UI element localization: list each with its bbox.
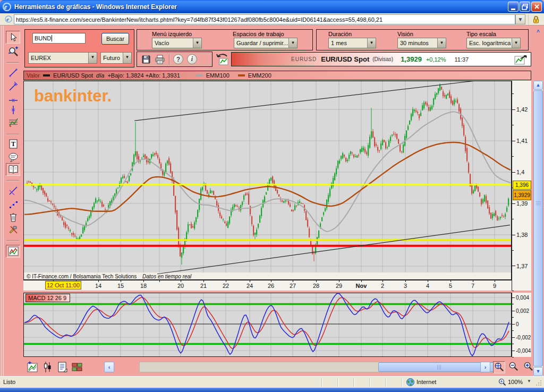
add-study-button[interactable]: [27, 361, 38, 373]
price-tick: [512, 219, 514, 219]
ie-icon: e: [2, 2, 12, 12]
time-axis-label: 26: [264, 283, 278, 289]
time-tick: [450, 280, 451, 282]
catalog-tool[interactable]: [6, 163, 20, 176]
divider: [6, 180, 19, 181]
duration-label: Duración: [328, 31, 352, 37]
fibonacci-icon: [8, 117, 19, 127]
divider: [6, 62, 19, 63]
workspaces-value: Guardar / suprimir...: [234, 40, 288, 46]
date-tooltip: 12 Oct 11:00: [45, 281, 81, 289]
cross-line-icon: [8, 185, 19, 196]
points-tool[interactable]: [6, 199, 20, 211]
macd-tick: [512, 344, 514, 344]
scroll-right-button[interactable]: ›: [480, 362, 490, 372]
taskbar-edge: [0, 388, 544, 392]
chevron-down-icon: ▼: [367, 38, 376, 48]
restore-button[interactable]: [520, 2, 530, 12]
chart-style-button[interactable]: [41, 361, 53, 373]
left-menu-select[interactable]: Vacío▼: [152, 38, 202, 48]
search-button[interactable]: Buscar: [101, 33, 129, 45]
vertical-scrollbar-thumb[interactable]: [533, 90, 543, 367]
zoom-out-button[interactable]: [508, 361, 520, 373]
globe-icon: [406, 378, 414, 386]
time-tick: [339, 280, 339, 282]
price-tick: [512, 93, 514, 94]
vertical-scrollbar[interactable]: ▲ ▼: [533, 81, 543, 376]
macd-label[interactable]: MACD 12 26 9: [26, 294, 70, 302]
price-chart-canvas[interactable]: [23, 81, 512, 280]
title-bar: e Herramientas de gráficas - Windows Int…: [0, 0, 544, 13]
pan-zoom-button[interactable]: [493, 361, 505, 373]
price-axis-label: 1,4: [516, 169, 524, 175]
scale-select[interactable]: Esc. logarítmica▼: [466, 38, 521, 48]
macd-tick: [512, 330, 514, 331]
info-button[interactable]: i: [187, 54, 197, 64]
settings-tool[interactable]: [6, 224, 20, 236]
macd-axis-label: 0,004: [516, 295, 529, 301]
url-input[interactable]: https://es5.it-finance.com/secure/Bankin…: [14, 14, 515, 24]
scroll-down-button[interactable]: ▼: [533, 367, 543, 376]
status-separator: [337, 378, 338, 387]
print-button[interactable]: [155, 55, 165, 64]
view-select[interactable]: 30 minutos▼: [397, 38, 446, 48]
view-label: Visión: [397, 31, 413, 37]
scroll-left-button[interactable]: ‹: [104, 362, 114, 372]
select-cursor-tool[interactable]: [6, 31, 20, 44]
trendline-tool[interactable]: [6, 80, 20, 93]
time-axis-label: 2: [375, 283, 390, 289]
time-axis-label: 20: [173, 283, 188, 289]
help-button[interactable]: ?: [173, 54, 183, 64]
price-axis: 1,421,411,41,391,381,371,3961,3929: [512, 81, 531, 291]
realtime-note: Datos en tiempo real: [142, 274, 191, 279]
time-axis-label: 22: [218, 283, 233, 289]
search-input[interactable]: BUND: [32, 33, 86, 44]
scroll-up-button[interactable]: ▲: [533, 81, 543, 90]
price-axis-label: 1,37: [516, 263, 528, 269]
sidebar-splitter[interactable]: [0, 25, 4, 376]
open-chart-icon[interactable]: [514, 54, 528, 65]
lock-icon: [532, 15, 540, 24]
search-value: BUND: [35, 35, 51, 41]
price-tick: [512, 172, 515, 173]
macd-tick: [512, 357, 514, 357]
instrument-value: Futuro: [101, 55, 123, 61]
pan-zoom-icon: [494, 362, 505, 373]
instrument-select[interactable]: Futuro▼: [100, 52, 132, 64]
delete-tool[interactable]: [6, 211, 20, 224]
url-dropdown-button[interactable]: ▼: [515, 14, 525, 24]
tools-icon: [8, 225, 19, 235]
back-to-chart-button[interactable]: [215, 53, 230, 66]
view-value: 30 minutos: [398, 40, 437, 46]
cross-line-tool[interactable]: [6, 184, 20, 197]
text-tool[interactable]: T: [6, 138, 20, 150]
price-tick: [512, 266, 515, 266]
zoom-dropdown-caret[interactable]: ▼: [527, 379, 531, 384]
collapse-toolbar-chevron[interactable]: ^: [533, 29, 543, 38]
duration-select[interactable]: 1 mes▼: [328, 38, 376, 48]
indicator-tool[interactable]: [6, 245, 20, 258]
save-button[interactable]: [141, 55, 151, 64]
exchange-select[interactable]: EUREX▼: [28, 52, 97, 64]
status-bar: Listo Internet 100% ▼: [0, 376, 544, 388]
segment-tool[interactable]: [6, 66, 20, 79]
macd-tick: [512, 311, 515, 311]
time-axis-label: 9: [487, 283, 502, 289]
workspaces-select[interactable]: Guardar / suprimir...▼: [234, 38, 298, 48]
settings-group: Duración 1 mes▼ Visión 30 minutos▼ Tipo …: [316, 29, 529, 50]
macd-canvas[interactable]: [23, 293, 512, 357]
zoom-tool[interactable]: [6, 45, 20, 58]
fibonacci-tool[interactable]: [6, 116, 20, 129]
callout-icon: [8, 152, 19, 163]
blocks-button[interactable]: [71, 361, 83, 373]
page-zoom-level[interactable]: 100%: [508, 379, 523, 385]
vertical-line-tool[interactable]: [6, 104, 20, 116]
minimize-button[interactable]: [508, 2, 518, 12]
annotation-button[interactable]: [56, 361, 68, 373]
time-axis-label: 21: [196, 283, 211, 289]
copyright-note: © IT-Finance.com / Bolsamania Tech Solut…: [27, 274, 191, 279]
close-button[interactable]: [531, 2, 542, 12]
resize-grip[interactable]: [536, 380, 542, 387]
callout-tool[interactable]: [6, 151, 20, 164]
chevron-down-icon: ▼: [288, 38, 297, 48]
